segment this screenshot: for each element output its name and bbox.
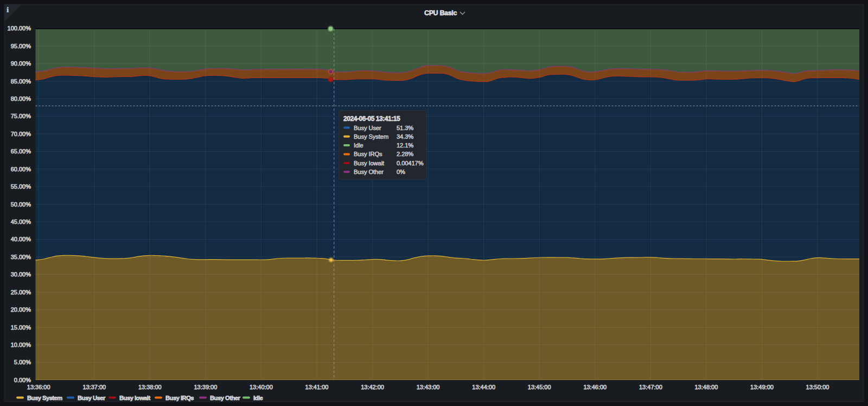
svg-text:95.00%: 95.00% (11, 43, 31, 49)
svg-text:Busy Other: Busy Other (354, 169, 384, 175)
svg-text:80.00%: 80.00% (11, 95, 31, 102)
svg-text:13:44:00: 13:44:00 (472, 384, 495, 390)
svg-text:70.00%: 70.00% (11, 131, 31, 137)
svg-text:40.00%: 40.00% (11, 236, 31, 242)
svg-text:Busy System: Busy System (27, 395, 62, 401)
svg-text:0%: 0% (397, 169, 405, 175)
svg-text:Busy System: Busy System (354, 133, 388, 140)
svg-text:75.00%: 75.00% (11, 113, 31, 119)
svg-text:50.00%: 50.00% (11, 201, 31, 208)
svg-text:13:49:00: 13:49:00 (750, 384, 774, 390)
svg-text:13:40:00: 13:40:00 (250, 384, 273, 390)
svg-text:12.1%: 12.1% (397, 142, 413, 149)
svg-text:30.00%: 30.00% (11, 271, 31, 278)
svg-text:Busy IRQs: Busy IRQs (165, 395, 194, 401)
svg-text:55.00%: 55.00% (11, 183, 31, 190)
svg-text:100.00%: 100.00% (8, 25, 31, 31)
svg-text:Busy Iowait: Busy Iowait (354, 160, 385, 166)
svg-text:13:42:00: 13:42:00 (361, 384, 384, 390)
svg-text:13:43:00: 13:43:00 (417, 384, 440, 390)
svg-text:51.3%: 51.3% (397, 125, 413, 131)
svg-text:85.00%: 85.00% (11, 78, 31, 85)
svg-text:15.00%: 15.00% (11, 324, 31, 331)
svg-text:13:39:00: 13:39:00 (194, 384, 217, 390)
svg-text:60.00%: 60.00% (11, 166, 31, 172)
svg-text:34.3%: 34.3% (397, 133, 413, 140)
svg-text:45.00%: 45.00% (11, 218, 31, 225)
svg-text:90.00%: 90.00% (11, 60, 31, 67)
svg-text:2024-06-05 13:41:15: 2024-06-05 13:41:15 (343, 115, 400, 123)
svg-text:0.00%: 0.00% (14, 377, 31, 383)
svg-text:13:50:00: 13:50:00 (806, 384, 829, 390)
svg-text:13:41:00: 13:41:00 (305, 384, 329, 390)
svg-text:0.00417%: 0.00417% (397, 160, 424, 166)
svg-text:Busy IRQs: Busy IRQs (354, 151, 382, 157)
svg-text:10.00%: 10.00% (11, 341, 31, 348)
svg-text:65.00%: 65.00% (11, 148, 31, 154)
svg-text:13:36:00: 13:36:00 (27, 384, 50, 390)
svg-text:20.00%: 20.00% (11, 306, 31, 313)
svg-text:2.28%: 2.28% (397, 151, 413, 157)
svg-text:25.00%: 25.00% (11, 289, 31, 295)
svg-text:13:38:00: 13:38:00 (138, 384, 162, 390)
svg-text:Busy User: Busy User (354, 125, 381, 131)
svg-text:13:48:00: 13:48:00 (694, 384, 718, 390)
svg-text:5.00%: 5.00% (14, 359, 31, 365)
svg-text:Idle: Idle (354, 142, 363, 149)
svg-text:35.00%: 35.00% (11, 254, 31, 260)
svg-text:13:47:00: 13:47:00 (639, 384, 662, 390)
svg-text:Idle: Idle (253, 395, 263, 401)
svg-text:Busy User: Busy User (78, 395, 106, 401)
svg-text:Busy Iowait: Busy Iowait (119, 395, 150, 401)
svg-text:CPU Basic: CPU Basic (424, 9, 457, 17)
svg-text:Busy Other: Busy Other (210, 395, 240, 401)
svg-text:13:45:00: 13:45:00 (528, 384, 551, 390)
svg-text:13:46:00: 13:46:00 (583, 384, 607, 390)
svg-text:13:37:00: 13:37:00 (82, 384, 106, 390)
